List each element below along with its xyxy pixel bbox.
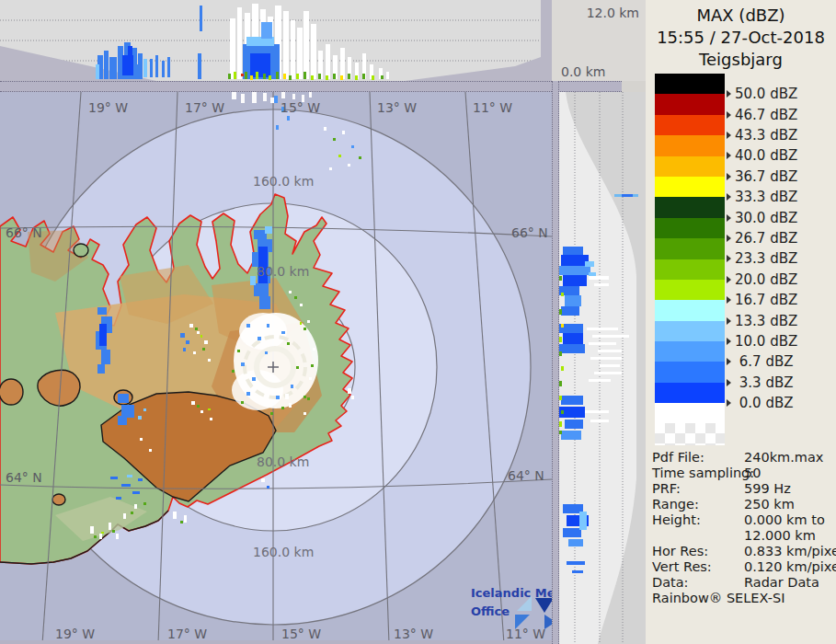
color-band [655, 321, 725, 341]
info-row: Data:Radar Data [652, 575, 832, 591]
product-datetime: 15:55 / 27-Oct-2018 [646, 28, 836, 47]
legend-panel: MAX (dBZ) 15:55 / 27-Oct-2018 Teigsbjarg… [646, 0, 836, 644]
range-ring-label: 80.0 km [257, 454, 309, 469]
legend-entry: 20.0 dBZ [727, 271, 797, 288]
below-threshold-band [655, 403, 725, 423]
legend-entry: 30.0 dBZ [727, 210, 797, 226]
lat-label-right: 64° N [508, 468, 544, 483]
info-row: Hor Res:0.833 km/pixel [652, 544, 832, 559]
tick-triangle-icon [727, 235, 731, 242]
color-band [655, 177, 725, 197]
station-name: Teigsbjarg [646, 50, 836, 69]
legend-entry: 3.3 dBZ [727, 374, 793, 391]
map-canvas: 19° W 17° W 15° W 13° W 11° W 19° W 17° … [0, 92, 552, 644]
legend-entry: 10.0 dBZ [727, 333, 797, 350]
tick-triangle-icon [727, 173, 731, 180]
profile-axis-labels: 12.0 km 0.0 km [552, 0, 652, 81]
lat-label-right: 66° N [511, 225, 548, 240]
tick-triangle-icon [727, 379, 731, 386]
tick-triangle-icon [727, 317, 731, 325]
product-info-block: Pdf File:240km.max Time sampling:50 PRF:… [652, 450, 832, 591]
color-band [655, 156, 725, 177]
lon-label-bottom: 11° W [506, 627, 545, 641]
lon-label-top: 19° W [88, 100, 128, 115]
color-band [655, 383, 725, 403]
imo-logo-text-line1: Icelandic Met [471, 586, 552, 600]
map-bottom-frame [0, 640, 552, 644]
legend-entry: 16.7 dBZ [727, 292, 797, 308]
tick-triangle-icon [727, 338, 731, 345]
lat-label-left: 64° N [6, 470, 42, 485]
lon-label-top: 11° W [473, 100, 512, 115]
profile-max-height-label: 12.0 km [587, 6, 639, 20]
color-band [655, 74, 725, 94]
right-profile-canvas [559, 92, 646, 644]
tick-triangle-icon [727, 90, 731, 98]
frame-band-horizontal [0, 81, 622, 92]
tick-triangle-icon [727, 358, 731, 365]
color-band [655, 94, 725, 114]
color-band [655, 362, 725, 382]
info-row: Vert Res:0.120 km/pixel [652, 559, 832, 575]
info-row: 12.000 km [652, 528, 832, 544]
info-row: Pdf File:240km.max [652, 450, 832, 466]
tick-triangle-icon [727, 214, 731, 222]
legend-entry: 26.7 dBZ [727, 230, 797, 247]
software-brand: Rainbow® SELEX-SI [652, 591, 784, 605]
legend-entry: 13.3 dBZ [727, 313, 797, 329]
info-row: PRF:599 Hz [652, 481, 832, 497]
color-band [655, 115, 725, 135]
color-band [655, 197, 725, 217]
tick-triangle-icon [727, 255, 731, 262]
tick-triangle-icon [727, 152, 731, 159]
product-title: MAX (dBZ) [646, 6, 836, 25]
info-row: Range:250 km [652, 497, 832, 512]
legend-entry: 50.0 dBZ [727, 86, 797, 102]
color-band [655, 300, 725, 320]
range-ring-label: 80.0 km [257, 264, 309, 279]
lon-label-top: 17° W [185, 100, 224, 115]
info-row: Height:0.000 km to [652, 512, 832, 528]
range-ring-label: 160.0 km [253, 174, 314, 189]
tick-triangle-icon [727, 132, 731, 139]
lon-label-top: 15° W [281, 100, 320, 115]
color-band [655, 238, 725, 259]
tick-triangle-icon [727, 399, 731, 407]
dbz-color-bar [655, 74, 725, 445]
legend-entry: 23.3 dBZ [727, 250, 797, 267]
color-band [655, 259, 725, 280]
top-profile-canvas [0, 0, 552, 81]
lon-label-bottom: 15° W [281, 627, 321, 641]
frame-band-vertical [552, 81, 559, 644]
range-ring-label: 160.0 km [253, 545, 314, 559]
right-height-profile [559, 92, 646, 644]
info-row: Time sampling:50 [652, 466, 832, 481]
legend-entry: 40.0 dBZ [727, 147, 797, 164]
legend-entry: 46.7 dBZ [727, 107, 797, 123]
legend-entry: 0.0 dBZ [727, 395, 793, 411]
legend-entry: 43.3 dBZ [727, 127, 797, 144]
top-height-profile [0, 0, 552, 81]
legend-entry: 36.7 dBZ [727, 168, 797, 185]
tick-triangle-icon [727, 276, 731, 283]
tick-triangle-icon [727, 111, 731, 119]
legend-entry: 6.7 dBZ [727, 353, 793, 370]
radar-map-view[interactable]: 19° W 17° W 15° W 13° W 11° W 19° W 17° … [0, 92, 552, 644]
lon-label-bottom: 17° W [167, 627, 207, 641]
color-band [655, 341, 725, 362]
profile-echoes [96, 4, 389, 80]
color-band [655, 218, 725, 238]
lat-label-left: 66° N [6, 225, 42, 240]
imo-logo-text-line2: Office [471, 604, 510, 618]
transparent-band [655, 423, 725, 445]
color-band [655, 280, 725, 300]
lon-label-top: 13° W [377, 100, 417, 115]
tick-triangle-icon [727, 193, 731, 201]
profile-min-height-label: 0.0 km [561, 64, 605, 79]
tick-triangle-icon [727, 296, 731, 304]
color-band [655, 135, 725, 155]
lon-label-bottom: 19° W [55, 627, 95, 641]
legend-entry: 33.3 dBZ [727, 189, 797, 205]
lon-label-bottom: 13° W [394, 627, 433, 641]
